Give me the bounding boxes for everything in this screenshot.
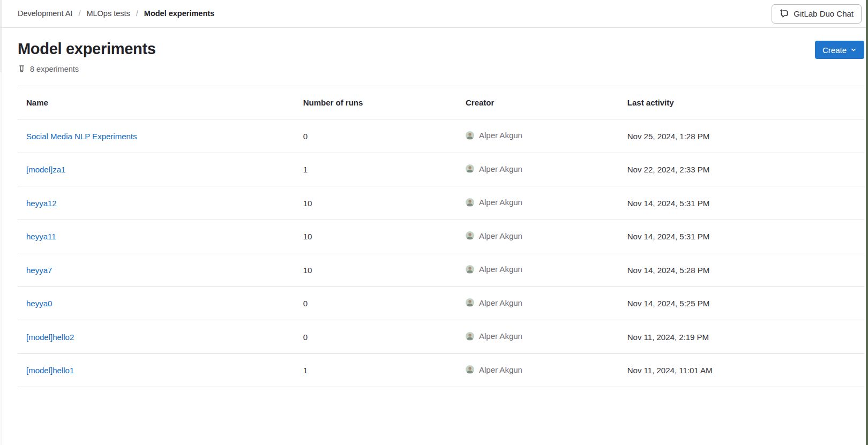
last-activity: Nov 11, 2024, 11:01 AM (627, 366, 713, 375)
create-button[interactable]: Create (815, 41, 864, 59)
last-activity: Nov 25, 2024, 1:28 PM (627, 132, 709, 141)
avatar (466, 365, 474, 374)
duo-chat-label: GitLab Duo Chat (794, 9, 854, 18)
table-row: [model]hello2 0 Alper Akgun Nov 11, 2024… (18, 320, 864, 354)
experiments-table: Name Number of runs Creator Last activit… (18, 86, 864, 387)
chevron-down-icon (850, 46, 857, 55)
column-header-creator: Creator (457, 86, 619, 119)
creator-cell[interactable]: Alper Akgun (466, 197, 522, 208)
column-header-runs: Number of runs (295, 86, 457, 119)
avatar (466, 332, 474, 341)
run-count: 1 (303, 165, 308, 174)
experiment-count-row: 8 experiments (18, 64, 864, 74)
last-activity: Nov 22, 2024, 2:33 PM (627, 165, 709, 174)
experiments-tbody: Social Media NLP Experiments 0 Alper Akg… (18, 119, 864, 387)
avatar (466, 164, 474, 173)
creator-name: Alper Akgun (479, 330, 522, 342)
experiment-name-link[interactable]: heyya0 (26, 299, 52, 308)
experiment-name-link[interactable]: [model]hello1 (26, 366, 74, 375)
creator-cell[interactable]: Alper Akgun (466, 330, 522, 342)
table-header-row: Name Number of runs Creator Last activit… (18, 86, 864, 119)
breadcrumb: Development AI/MLOps tests/Model experim… (18, 8, 214, 19)
run-count: 0 (303, 132, 308, 141)
experiment-name-link[interactable]: [model]hello2 (26, 333, 74, 342)
table-row: heyya11 10 Alper Akgun Nov 14, 2024, 5:3… (18, 220, 864, 253)
creator-cell[interactable]: Alper Akgun (466, 297, 522, 308)
test-tube-icon (18, 65, 26, 73)
breadcrumb-item[interactable]: MLOps tests (86, 8, 130, 19)
top-bar: Development AI/MLOps tests/Model experim… (0, 0, 868, 28)
creator-cell[interactable]: Alper Akgun (466, 230, 522, 242)
breadcrumb-item: Model experiments (144, 8, 214, 19)
experiment-name-link[interactable]: Social Media NLP Experiments (26, 132, 137, 141)
creator-name: Alper Akgun (479, 130, 522, 141)
creator-name: Alper Akgun (479, 263, 522, 275)
table-row: heyya12 10 Alper Akgun Nov 14, 2024, 5:3… (18, 186, 864, 220)
table-row: Social Media NLP Experiments 0 Alper Akg… (18, 119, 864, 153)
last-activity: Nov 14, 2024, 5:31 PM (627, 199, 709, 208)
right-edge-strip (866, 0, 868, 445)
creator-name: Alper Akgun (479, 364, 522, 375)
creator-cell[interactable]: Alper Akgun (466, 263, 522, 275)
column-header-last-activity: Last activity (619, 86, 864, 119)
breadcrumb-item[interactable]: Development AI (18, 8, 72, 19)
experiment-name-link[interactable]: heyya11 (26, 232, 56, 241)
creator-cell[interactable]: Alper Akgun (466, 364, 522, 375)
breadcrumb-separator: / (78, 8, 80, 19)
experiment-name-link[interactable]: [model]za1 (26, 165, 65, 174)
run-count: 10 (303, 232, 312, 241)
creator-name: Alper Akgun (479, 163, 522, 175)
table-row: [model]za1 1 Alper Akgun Nov 22, 2024, 2… (18, 153, 864, 186)
creator-cell[interactable]: Alper Akgun (466, 163, 522, 175)
run-count: 10 (303, 199, 312, 208)
experiment-name-link[interactable]: heyya12 (26, 199, 57, 208)
avatar (466, 131, 474, 140)
experiment-name-link[interactable]: heyya7 (26, 266, 52, 275)
avatar (466, 231, 474, 240)
page-title: Model experiments (18, 40, 156, 58)
run-count: 1 (303, 366, 308, 375)
avatar (466, 298, 474, 307)
creator-name: Alper Akgun (479, 197, 522, 208)
create-button-label: Create (822, 46, 847, 55)
last-activity: Nov 11, 2024, 2:19 PM (627, 333, 709, 342)
table-row: heyya0 0 Alper Akgun Nov 14, 2024, 5:25 … (18, 286, 864, 320)
avatar (466, 265, 474, 274)
creator-name: Alper Akgun (479, 297, 522, 308)
page-content: Model experiments Create 8 experiments (0, 28, 868, 387)
run-count: 0 (303, 299, 308, 308)
run-count: 0 (303, 333, 308, 342)
creator-name: Alper Akgun (479, 230, 522, 242)
creator-cell[interactable]: Alper Akgun (466, 130, 522, 141)
column-header-name: Name (18, 86, 295, 119)
experiment-count: 8 experiments (30, 64, 79, 74)
last-activity: Nov 14, 2024, 5:25 PM (627, 299, 709, 308)
breadcrumb-separator: / (136, 8, 138, 19)
table-row: [model]hello1 1 Alper Akgun Nov 11, 2024… (18, 353, 864, 387)
table-row: heyya7 10 Alper Akgun Nov 14, 2024, 5:28… (18, 253, 864, 287)
duo-chat-icon (780, 9, 789, 18)
gitlab-duo-chat-button[interactable]: GitLab Duo Chat (772, 4, 862, 24)
title-row: Model experiments Create (18, 40, 864, 59)
last-activity: Nov 14, 2024, 5:31 PM (627, 232, 709, 241)
last-activity: Nov 14, 2024, 5:28 PM (627, 266, 709, 275)
run-count: 10 (303, 266, 312, 275)
avatar (466, 198, 474, 207)
